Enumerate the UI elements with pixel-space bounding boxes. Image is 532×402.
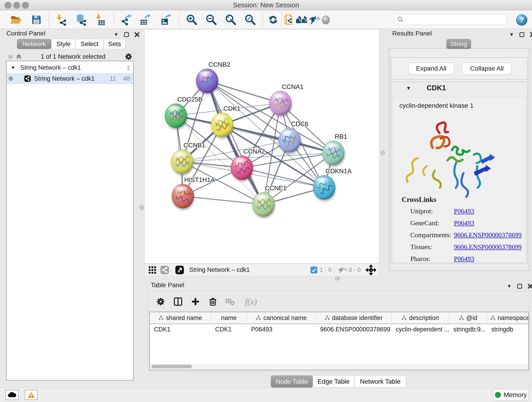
window-close-button[interactable] <box>5 2 12 9</box>
network-node-HIST1H1A[interactable]: HIST1H1A <box>172 176 215 208</box>
table-cell[interactable]: stringdb <box>487 324 529 335</box>
network-node-CDK1[interactable]: CDK1 <box>211 105 241 137</box>
tab-network[interactable]: Network <box>17 39 51 49</box>
gene-expander-icon[interactable]: ▼ <box>406 85 411 91</box>
save-session-icon[interactable] <box>30 13 43 26</box>
function-builder-icon: f(x) <box>241 295 261 308</box>
import-network-database-icon[interactable] <box>74 13 87 26</box>
network-options-gear-icon[interactable] <box>124 52 133 61</box>
tab-select[interactable]: Select <box>76 39 104 49</box>
select-columns-icon[interactable] <box>172 295 184 308</box>
grid-view-icon[interactable] <box>148 265 157 274</box>
network-node-CCNE1[interactable]: CCNE1 <box>253 185 287 217</box>
panel-close-icon[interactable] <box>530 32 532 37</box>
table-cell[interactable]: stringdb:9... <box>449 324 487 335</box>
column-header--id[interactable]: @id <box>449 312 487 324</box>
tab-node-table[interactable]: Node Table <box>271 375 313 388</box>
crosslink-link[interactable]: P06493 <box>454 219 474 227</box>
table-cell[interactable]: cyclin-dependent ... <box>392 324 449 335</box>
tab-network-table[interactable]: Network Table <box>355 375 406 388</box>
string-home-icon[interactable] <box>295 13 308 26</box>
network-node-CCNA1[interactable]: CCNA1 <box>269 83 304 115</box>
search-input[interactable] <box>404 16 501 23</box>
tab-string-results[interactable]: String <box>446 39 471 49</box>
bottom-splitter-handle[interactable] <box>335 276 340 281</box>
table-cell[interactable]: CDK1 <box>150 324 211 335</box>
network-node-CDKN1A[interactable]: CDKN1A <box>313 167 352 200</box>
help-icon[interactable]: ? <box>515 13 528 27</box>
import-network-file-icon[interactable] <box>54 13 68 26</box>
column-header-database-identifier[interactable]: database identifier <box>316 312 392 324</box>
window-minimize-button[interactable] <box>13 2 20 9</box>
collapse-all-button[interactable]: Collapse All <box>462 63 512 75</box>
table-cell[interactable]: CDK1 <box>211 324 247 335</box>
network-edge-CCNB2-CCNE1[interactable] <box>207 81 264 204</box>
panel-float-icon[interactable] <box>124 32 129 37</box>
panel-menu-icon[interactable]: ▼ <box>114 32 119 38</box>
add-column-icon[interactable] <box>189 295 202 308</box>
panel-float-icon[interactable] <box>517 283 522 289</box>
panel-menu-icon[interactable]: ▼ <box>507 283 512 289</box>
tab-style[interactable]: Style <box>51 39 76 49</box>
left-splitter-handle[interactable] <box>139 205 144 210</box>
share-document-icon[interactable] <box>282 13 296 26</box>
export-network-icon[interactable] <box>120 13 133 26</box>
search-field[interactable] <box>394 14 507 25</box>
crosslink-link[interactable]: P06493 <box>454 255 474 263</box>
expand-all-button[interactable]: Expand All <box>408 63 454 75</box>
window-zoom-button[interactable] <box>22 2 29 9</box>
column-header-shared-name[interactable]: shared name <box>150 312 211 324</box>
hide-selected-eye-icon[interactable] <box>307 13 321 26</box>
open-session-icon[interactable] <box>9 13 23 26</box>
network-edge-CCNB2-CCNA1[interactable] <box>207 81 280 103</box>
network-node-RB1[interactable]: RB1 <box>322 133 347 165</box>
string-style-icon[interactable] <box>160 265 169 274</box>
panel-float-icon[interactable] <box>519 32 525 37</box>
panel-close-icon[interactable] <box>134 32 140 37</box>
gene-details-box: cyclin-dependent kinase 1 CrossLinks Un <box>392 97 526 263</box>
scrollbar-thumb[interactable] <box>151 365 192 368</box>
column-header-label: namespace <box>498 314 529 322</box>
panel-menu-icon[interactable]: ▼ <box>509 32 514 38</box>
table-cell[interactable]: P06493 <box>247 324 316 335</box>
zoom-fit-icon[interactable] <box>224 13 237 26</box>
export-image-icon[interactable] <box>159 13 172 26</box>
zoom-in-icon[interactable] <box>185 13 198 26</box>
refresh-icon[interactable] <box>266 13 280 26</box>
network-collection-row[interactable]: ▼ String Network – cdk1 1 <box>7 62 133 73</box>
panel-close-icon[interactable] <box>527 283 532 289</box>
cloud-status-button[interactable] <box>5 390 19 400</box>
table-cell[interactable]: 9606.ENSP00000378699 <box>316 324 392 335</box>
warnings-button[interactable] <box>25 390 38 400</box>
delete-column-icon[interactable] <box>207 295 219 308</box>
fit-selected-crosshair-icon[interactable] <box>366 265 376 275</box>
right-splitter-handle[interactable] <box>380 150 385 155</box>
memory-button[interactable]: Memory <box>493 389 529 401</box>
tree-expander-icon[interactable]: ▼ <box>11 65 15 70</box>
network-node-CCNB2[interactable]: CCNB2 <box>196 61 230 93</box>
import-table-file-icon[interactable] <box>94 13 107 26</box>
table-horizontal-scrollbar[interactable] <box>150 364 528 369</box>
table-gear-icon[interactable] <box>154 295 167 308</box>
table-row[interactable]: CDK1CDK1P064939606.ENSP00000378699cyclin… <box>150 324 528 335</box>
collapse-all-icon[interactable] <box>7 54 13 60</box>
selected-checkbox-icon[interactable] <box>310 266 318 274</box>
crosslink-link[interactable]: P06493 <box>454 207 474 215</box>
column-header-name[interactable]: name <box>211 312 247 324</box>
birdseye-view-icon[interactable] <box>175 265 184 274</box>
export-table-icon[interactable] <box>138 13 152 26</box>
network-canvas[interactable]: CCNB2CCNA1CDC25BCDK1CDC6RB1CCNB1CCNA2CDK… <box>144 29 379 264</box>
crosslink-link[interactable]: 9606.ENSP00000378699 <box>454 243 522 251</box>
column-header-canonical-name[interactable]: canonical name <box>247 312 316 324</box>
column-header-description[interactable]: description <box>392 312 449 324</box>
network-row-selected[interactable]: String Network – cdk1 11 48 <box>7 73 133 84</box>
zoom-selected-icon[interactable] <box>244 13 257 26</box>
expand-all-icon[interactable] <box>16 54 22 60</box>
column-header-namespace[interactable]: namespace <box>487 312 529 324</box>
zoom-out-icon[interactable] <box>205 13 218 26</box>
crosslink-link[interactable]: 9606.ENSP00000378699 <box>454 231 522 239</box>
tab-edge-table[interactable]: Edge Table <box>313 375 355 388</box>
network-edge-HIST1H1A-CCNE1[interactable] <box>183 196 264 204</box>
tab-sets[interactable]: Sets <box>104 39 126 49</box>
hidden-eye-icon[interactable] <box>337 266 347 274</box>
